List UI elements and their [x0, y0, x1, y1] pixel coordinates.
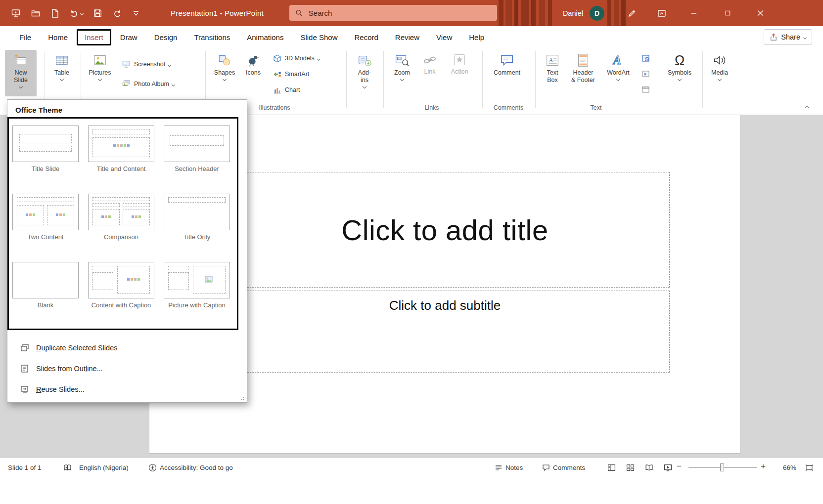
undo-button[interactable]: [69, 8, 83, 18]
pictures-button[interactable]: Pictures: [85, 50, 115, 96]
tab-transitions[interactable]: Transitions: [185, 29, 238, 46]
tab-home[interactable]: Home: [40, 29, 76, 46]
tab-record[interactable]: Record: [346, 29, 386, 46]
date-time-icon: [641, 54, 650, 63]
screenshot-button[interactable]: Screenshot: [119, 58, 173, 71]
fit-slide-to-window-button[interactable]: [805, 462, 814, 472]
tab-view[interactable]: View: [428, 29, 460, 46]
slide-indicator[interactable]: Slide 1 of 1: [8, 462, 42, 472]
layout-title-only[interactable]: [164, 194, 230, 230]
maximize-button[interactable]: [716, 0, 739, 26]
zoom-button[interactable]: Zoom: [390, 50, 414, 96]
title-placeholder[interactable]: Click to add title: [220, 172, 670, 288]
menu-item-slides-from-outline[interactable]: Slides from Outline...: [12, 361, 240, 377]
account-user-name[interactable]: Daniel: [563, 0, 583, 26]
slide-number-button[interactable]: #: [639, 68, 656, 81]
text-box-button[interactable]: A Text Box: [540, 50, 565, 96]
object-icon: [641, 85, 650, 94]
customize-qat-button[interactable]: [132, 9, 140, 18]
tab-slide-show[interactable]: Slide Show: [292, 29, 346, 46]
zoom-percentage[interactable]: 66%: [775, 462, 796, 472]
tab-help[interactable]: Help: [460, 29, 493, 46]
normal-view-button[interactable]: [607, 462, 616, 472]
reuse-slides-icon: [20, 385, 29, 394]
object-button[interactable]: [639, 84, 656, 96]
powerpoint-window: Presentation1 - PowerPoint Daniel D: [0, 0, 823, 504]
search-input[interactable]: [308, 8, 491, 18]
zoom-out-button[interactable]: −: [677, 462, 682, 471]
tab-insert[interactable]: Insert: [77, 29, 111, 45]
reading-view-button[interactable]: [645, 462, 653, 472]
zoom-in-button[interactable]: +: [761, 462, 766, 471]
chart-button[interactable]: Chart: [270, 84, 303, 96]
comment-button[interactable]: Comment: [491, 50, 523, 96]
layout-two-content[interactable]: [12, 194, 79, 230]
group-separator: [482, 51, 483, 108]
close-button[interactable]: [749, 0, 772, 26]
zoom-slider-thumb[interactable]: [720, 463, 724, 471]
layout-picture-with-caption[interactable]: [164, 262, 230, 298]
add-ins-chevron-icon: [363, 84, 366, 88]
ribbon-tab-row: File Home Insert Draw Design Transitions…: [0, 26, 823, 48]
table-button[interactable]: Table: [48, 50, 75, 96]
layout-title-and-content[interactable]: [88, 126, 154, 162]
share-label: Share: [781, 33, 800, 41]
collapse-ribbon-button[interactable]: [801, 103, 813, 112]
slide-sorter-view-button[interactable]: [626, 462, 635, 472]
ink-pen-button[interactable]: [622, 0, 642, 26]
header-footer-button[interactable]: Header & Footer: [568, 50, 598, 96]
menu-item-reuse-slides[interactable]: Reuse Slides...: [12, 381, 240, 397]
minimize-button[interactable]: [683, 0, 705, 26]
new-file-button[interactable]: [50, 8, 59, 18]
pictures-label: Pictures: [89, 69, 111, 77]
ribbon-display-options-button[interactable]: [652, 0, 672, 26]
avatar[interactable]: D: [590, 6, 604, 21]
add-ins-label-line2: ins: [361, 77, 368, 84]
share-button[interactable]: Share: [764, 29, 812, 45]
layout-comparison[interactable]: [88, 194, 154, 230]
tab-review[interactable]: Review: [387, 29, 428, 46]
header-footer-icon: [576, 53, 591, 68]
language-button[interactable]: English (Nigeria): [79, 462, 129, 472]
comments-button[interactable]: Comments: [542, 462, 585, 472]
layout-title-slide[interactable]: [12, 126, 79, 162]
layout-section-header[interactable]: [164, 126, 230, 162]
link-icon: [423, 53, 437, 67]
3d-models-button[interactable]: 3D Models: [270, 52, 322, 65]
notes-button[interactable]: Notes: [495, 462, 523, 472]
tab-draw[interactable]: Draw: [112, 29, 146, 46]
tab-design[interactable]: Design: [146, 29, 186, 46]
shapes-label: Shapes: [214, 69, 235, 77]
media-button[interactable]: Media: [706, 50, 733, 96]
search-box[interactable]: [289, 5, 497, 21]
spell-check-button[interactable]: [63, 462, 72, 472]
group-separator: [702, 51, 703, 108]
smartart-button[interactable]: SmartArt: [270, 68, 312, 81]
screenshot-chevron-icon: [168, 63, 171, 66]
redo-icon: [112, 8, 122, 18]
panel-resize-grip[interactable]: [239, 395, 244, 400]
slide-show-view-button[interactable]: [664, 462, 672, 472]
open-button[interactable]: [31, 8, 41, 18]
menu-item-duplicate-selected-slides[interactable]: Duplicate Selected Slides: [12, 340, 240, 356]
shapes-button[interactable]: Shapes: [212, 50, 237, 96]
save-button[interactable]: [93, 8, 102, 18]
undo-dropdown-chevron-icon: [80, 12, 84, 15]
tab-animations[interactable]: Animations: [238, 29, 292, 46]
icons-button[interactable]: Icons: [241, 50, 265, 96]
symbols-button[interactable]: Ω Symbols: [665, 50, 694, 96]
tab-file[interactable]: File: [11, 29, 40, 46]
date-time-button[interactable]: [639, 52, 656, 65]
start-slideshow-button[interactable]: [11, 8, 21, 18]
redo-button[interactable]: [112, 8, 122, 18]
accessibility-checker-button[interactable]: Accessibility: Good to go: [148, 462, 233, 472]
subtitle-placeholder[interactable]: Click to add subtitle: [220, 291, 670, 373]
notes-label: Notes: [505, 464, 523, 471]
photo-album-button[interactable]: Photo Album: [119, 78, 177, 90]
wordart-button[interactable]: A WordArt: [602, 50, 634, 96]
comment-label: Comment: [494, 69, 520, 77]
new-slide-button[interactable]: New Slide: [5, 50, 37, 96]
layout-blank[interactable]: [12, 262, 79, 298]
layout-content-with-caption[interactable]: [88, 262, 154, 298]
add-ins-button[interactable]: Add- ins: [351, 50, 378, 96]
